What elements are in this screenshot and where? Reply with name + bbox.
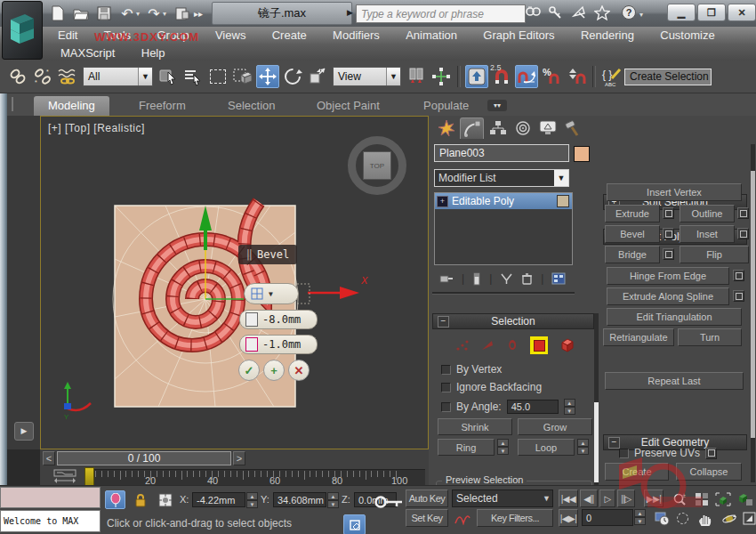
keyboard-shortcut-override-icon[interactable]	[465, 65, 488, 88]
hinge-from-edge-button[interactable]: Hinge From Edge	[607, 267, 729, 285]
app-logo-button[interactable]	[2, 1, 43, 60]
preserve-uvs-settings-button[interactable]	[705, 448, 717, 459]
configure-modifier-sets-icon[interactable]	[551, 272, 566, 285]
remove-modifier-icon[interactable]	[521, 272, 533, 285]
select-and-rotate-icon[interactable]	[281, 65, 304, 88]
reference-coord-dropdown[interactable]: View ▼	[333, 67, 401, 86]
display-tab[interactable]	[535, 117, 559, 139]
menu-maxscript[interactable]: MAXScript	[49, 44, 126, 62]
time-ruler[interactable]: 0 20 40 60 80 100	[89, 469, 425, 486]
object-name-field[interactable]: Plane003	[434, 144, 569, 162]
element-subobject-icon[interactable]	[559, 337, 575, 353]
key-mode-toggle-button[interactable]: |◀▶|	[559, 509, 578, 527]
help-icon[interactable]: ?	[619, 4, 639, 21]
maximize-button[interactable]: ❐	[697, 4, 726, 21]
save-button[interactable]	[94, 4, 114, 22]
vertex-subobject-icon[interactable]	[455, 338, 470, 352]
panel-scrollbar[interactable]	[751, 144, 755, 482]
select-by-name-icon[interactable]	[181, 65, 205, 88]
default-in-out-tangent-button[interactable]	[452, 509, 472, 528]
key-filter-dropdown[interactable]: Selected ▼	[452, 490, 553, 507]
ribbon-tab-object-paint[interactable]: Object Paint	[302, 96, 394, 116]
turn-button[interactable]: Turn	[678, 328, 742, 346]
menu-graph-editors[interactable]: Graph Editors	[471, 27, 566, 44]
grid-toggle[interactable]	[343, 514, 366, 534]
y-spinner[interactable]: ▲▼	[327, 492, 339, 508]
grow-button[interactable]: Grow	[518, 418, 592, 435]
inset-settings-button[interactable]	[737, 228, 749, 239]
current-frame-field[interactable]: 0	[582, 509, 633, 526]
pin-stack-icon[interactable]	[439, 272, 454, 285]
toolbar-overflow-button[interactable]: ▸▸	[192, 4, 205, 22]
communication-center-icon[interactable]	[569, 4, 589, 21]
retriangulate-button[interactable]: Retriangulate	[603, 328, 674, 346]
modifier-list-dropdown[interactable]: Modifier List ▼	[434, 169, 569, 187]
search-icon[interactable]	[523, 4, 543, 21]
maximize-viewport-toggle[interactable]	[739, 509, 756, 528]
auto-key-button[interactable]: Auto Key	[406, 490, 448, 507]
open-file-button[interactable]	[71, 4, 91, 22]
select-and-scale-icon[interactable]	[306, 65, 329, 88]
ribbon-tab-populate[interactable]: Populate	[409, 96, 483, 116]
minimize-button[interactable]: ▁	[667, 4, 696, 21]
menu-customize[interactable]: Customize	[648, 27, 726, 44]
edge-subobject-icon[interactable]	[480, 338, 495, 352]
zoom-mode-icon[interactable]: ±	[669, 490, 689, 508]
next-frame-button[interactable]: ||▷	[617, 490, 635, 507]
by-angle-field[interactable]: 45.0	[507, 400, 559, 414]
create-selection-set-field[interactable]: Create Selection	[624, 69, 712, 85]
create-button[interactable]: Create	[605, 463, 669, 481]
angle-snap-toggle-icon[interactable]	[515, 65, 538, 88]
inset-button[interactable]: Inset	[680, 225, 735, 243]
go-to-end-button[interactable]: ▶▶|	[644, 490, 664, 507]
panel-divider[interactable]	[432, 292, 575, 295]
selection-region-icon[interactable]	[672, 509, 693, 528]
time-configuration-icon[interactable]	[652, 509, 672, 528]
bind-spacewarp-icon[interactable]	[56, 65, 79, 88]
ignore-backfacing-row[interactable]: Ignore Backfacing	[441, 381, 542, 393]
loop-spinner[interactable]: ▲▼	[577, 439, 589, 455]
next-range-button[interactable]: >	[233, 451, 245, 465]
project-folder-button[interactable]	[173, 4, 192, 22]
flip-button[interactable]: Flip	[680, 246, 749, 263]
loop-button[interactable]: Loop	[518, 439, 575, 456]
create-tab[interactable]	[434, 117, 458, 139]
by-angle-checkbox[interactable]	[441, 402, 451, 412]
extrude-button[interactable]: Extrude	[605, 205, 660, 222]
unlink-icon[interactable]: **	[31, 65, 54, 88]
hinge-settings-button[interactable]	[733, 270, 744, 281]
outline-button[interactable]: Outline	[680, 205, 735, 222]
ribbon-tab-freeform[interactable]: Freeform	[125, 96, 200, 116]
selection-filter-dropdown[interactable]: All ▼	[83, 67, 153, 86]
snaps-toggle-icon[interactable]: 2.5	[490, 65, 513, 88]
x-spinner[interactable]: ▲▼	[246, 492, 258, 508]
use-pivot-center-icon[interactable]	[405, 65, 428, 88]
viewport-top[interactable]: [+] [Top] [Realistic]	[40, 116, 429, 449]
rectangular-selection-region-icon[interactable]	[206, 65, 229, 88]
stack-expand-icon[interactable]: +	[437, 196, 448, 207]
new-file-button[interactable]	[48, 4, 68, 22]
object-color-swatch[interactable]	[574, 146, 590, 162]
favorites-star-icon[interactable]	[592, 4, 612, 21]
absolute-mode-toggle[interactable]	[155, 490, 175, 509]
pan-hand-icon[interactable]	[695, 509, 715, 528]
shrink-button[interactable]: Shrink	[438, 418, 512, 435]
by-vertex-checkbox[interactable]	[441, 365, 451, 375]
select-and-move-icon[interactable]	[256, 65, 279, 88]
menu-modifiers[interactable]: Modifiers	[321, 27, 391, 44]
polygon-subobject-icon-active[interactable]	[530, 336, 548, 354]
bridge-settings-button[interactable]	[663, 248, 674, 260]
preserve-uvs-checkbox[interactable]	[619, 449, 629, 458]
play-button[interactable]: ▷	[599, 490, 615, 507]
ignore-backfacing-checkbox[interactable]	[441, 383, 451, 392]
go-to-start-button[interactable]: |◀◀	[559, 490, 578, 507]
key-icon[interactable]	[546, 4, 566, 21]
extrude-along-spline-button[interactable]: Extrude Along Spline	[607, 287, 729, 305]
ribbon-minimize-button[interactable]: ▾▾	[487, 100, 507, 111]
set-key-button[interactable]: Set Key	[406, 509, 448, 527]
selection-rollout-header[interactable]: − Selection	[432, 313, 594, 329]
by-vertex-row[interactable]: By Vertex	[441, 363, 502, 376]
extrude-along-spline-settings-button[interactable]	[733, 290, 744, 302]
caddy-cancel-button[interactable]: ✕	[288, 360, 310, 381]
close-button[interactable]: ✕	[728, 4, 756, 21]
